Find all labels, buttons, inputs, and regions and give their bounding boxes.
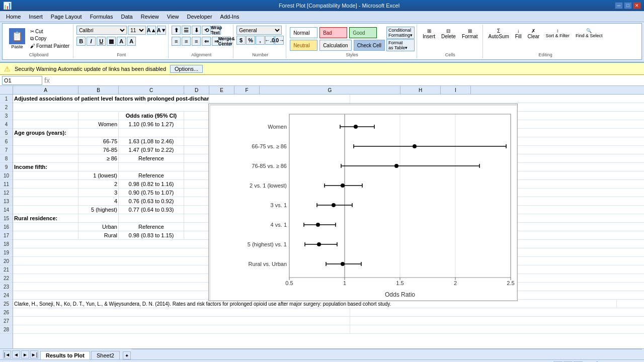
increase-decimal-button[interactable]: .0→ [275,36,284,45]
italic-button[interactable]: I [87,37,96,46]
cell-r3-c[interactable]: Odds ratio (95% CI) [119,112,184,120]
align-left-button[interactable]: ≡ [172,37,181,46]
increase-font-button[interactable]: A▲ [147,26,156,35]
decrease-decimal-button[interactable]: ←.0 [265,36,274,45]
conditional-formatting-button[interactable]: ConditionalFormatting▾ [386,27,415,39]
sheet-tab-results[interactable]: Results to Plot [40,351,90,359]
cell-r12-a[interactable] [13,189,78,197]
cell-r4-a[interactable] [13,120,78,128]
add-sheet-button[interactable]: ✦ [123,351,131,359]
cell-r11-b[interactable]: 2 [78,180,119,188]
cell-r27[interactable] [13,317,350,325]
align-top-button[interactable]: ⬆ [172,26,181,35]
decrease-indent-button[interactable]: ⇐ [202,37,211,46]
align-right-button[interactable]: ≡ [192,37,201,46]
insert-button[interactable]: ⊞Insert [420,27,438,41]
align-middle-button[interactable]: ☰ [182,26,191,35]
clear-button[interactable]: ✗Clear [525,27,542,51]
cell-r3-a[interactable] [13,112,78,120]
currency-button[interactable]: $ [236,36,246,45]
number-format-select[interactable]: General [236,26,282,35]
sheet-nav-last[interactable]: ►| [30,350,38,358]
sort-filter-button[interactable]: ↕Sort & Filter [543,27,572,51]
paste-button[interactable]: 📋 Paste [7,27,28,51]
cell-r13-c[interactable]: 0.76 (0.63 to 0.92) [119,197,184,205]
fill-button[interactable]: ↓Fill [513,27,524,51]
cell-r7-c[interactable]: 1.47 (0.97 to 2.22) [119,146,184,154]
maximize-button[interactable]: □ [624,2,632,9]
style-neutral[interactable]: Neutral [290,40,317,51]
cell-r14-d[interactable] [184,206,209,214]
cell-r3-d[interactable] [184,112,209,120]
formula-input[interactable] [52,76,642,85]
cell-r11-c[interactable]: 0.98 (0.82 to 1.16) [119,180,184,188]
autosum-button[interactable]: ΣAutoSum [486,27,512,51]
cell-r9-a[interactable]: Income fifth: [13,163,78,171]
comma-button[interactable]: , [256,36,265,45]
close-button[interactable]: ✕ [633,2,641,9]
cell-r3-b[interactable] [78,112,119,120]
format-painter-button[interactable]: 🖌 Format Painter [29,43,71,49]
font-name-select[interactable]: Calibri [76,26,127,35]
cell-r28[interactable] [13,325,350,333]
cell-r1-g[interactable] [209,95,350,103]
cell-r5-d[interactable] [184,129,209,137]
style-normal[interactable]: Normal [290,27,317,38]
sheet-nav-next[interactable]: ► [21,350,29,358]
cell-r4-c[interactable]: 1.10 (0.96 to 1.27) [119,120,184,128]
cell-r9-d[interactable] [184,163,209,171]
sheet-nav-prev[interactable]: ◄ [12,350,20,358]
options-button[interactable]: Options... [170,65,203,73]
cell-r15-c[interactable] [119,214,184,222]
cell-r1-a[interactable]: Adjusted associations of patient level f… [13,95,209,103]
cell-r10-d[interactable] [184,171,209,179]
cell-r11-d[interactable] [184,180,209,188]
align-bottom-button[interactable]: ⬇ [192,26,201,35]
cell-r12-c[interactable]: 0.90 (0.75 to 1.07) [119,189,184,197]
cell-r12-b[interactable]: 3 [78,189,119,197]
style-bad[interactable]: Bad [319,27,347,38]
cell-r8-d[interactable] [184,154,209,162]
cell-r11-a[interactable] [13,180,78,188]
cell-r6-d[interactable] [184,137,209,145]
cell-r26[interactable] [13,308,350,316]
sheet-nav-first[interactable]: |◄ [3,350,11,358]
cell-r16-a[interactable] [13,223,78,231]
cell-r4-d[interactable] [184,120,209,128]
cell-r7-b[interactable]: 76-85 [78,146,119,154]
percent-button[interactable]: % [246,36,255,45]
cell-r12-d[interactable] [184,189,209,197]
style-good[interactable]: Good [349,27,377,38]
menu-data[interactable]: Data [117,13,136,21]
cell-r17-a[interactable] [13,231,78,239]
cell-r4-b[interactable]: Women [78,120,119,128]
underline-button[interactable]: U [97,37,106,46]
format-button[interactable]: ⊞Format [459,27,480,41]
menu-home[interactable]: Home [2,13,25,21]
menu-page-layout[interactable]: Page Layout [47,13,86,21]
cell-r9-b[interactable] [78,163,119,171]
border-button[interactable]: ▦ [107,37,116,46]
cell-r8-a[interactable] [13,154,78,162]
font-color-button[interactable]: A [127,37,136,46]
cell-r8-b[interactable]: ≥ 86 [78,154,119,162]
cell-r6-b[interactable]: 66-75 [78,137,119,145]
cell-r14-a[interactable] [13,206,78,214]
name-box[interactable] [2,76,42,85]
cell-r5-b[interactable] [78,129,119,137]
decrease-font-button[interactable]: A▼ [157,26,166,35]
cell-r14-c[interactable]: 0.77 (0.64 to 0.93) [119,206,184,214]
minimize-button[interactable]: ─ [615,2,623,9]
cell-r16-b[interactable]: Urban [78,223,119,231]
fill-color-button[interactable]: A [117,37,126,46]
cell-r15-b[interactable] [78,214,119,222]
cell-r7-d[interactable] [184,146,209,154]
cell-r16-c[interactable]: Reference [119,223,184,231]
menu-review[interactable]: Review [137,13,163,21]
cell-r6-c[interactable]: 1.63 (1.08 to 2.46) [119,137,184,145]
cell-r10-c[interactable]: Reference [119,171,184,179]
style-calculation[interactable]: Calculation [319,40,351,51]
cell-r8-c[interactable]: Reference [119,154,184,162]
cell-r16-d[interactable] [184,223,209,231]
cell-r10-a[interactable] [13,171,78,179]
